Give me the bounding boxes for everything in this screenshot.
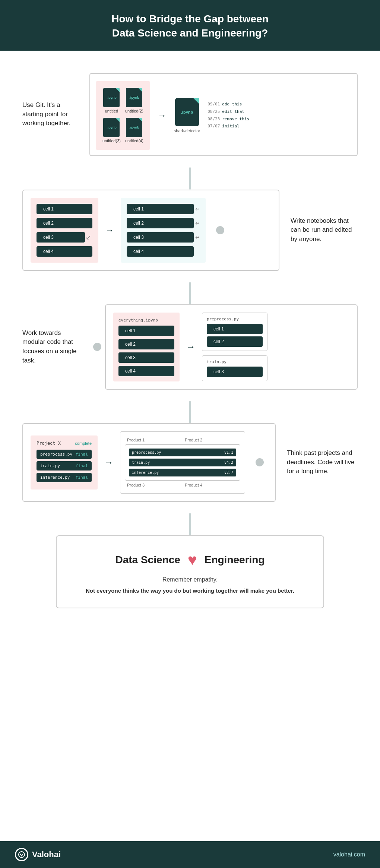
messy-cell-3: cell 3	[37, 232, 85, 243]
vertical-line-2	[189, 282, 191, 304]
connector-4-5	[22, 513, 358, 535]
connector-dot-2	[216, 226, 224, 234]
file-icon-3: .ipynb untitled(3)	[102, 118, 121, 143]
section5-final: Data Science ♥ Engineering Remember empa…	[56, 535, 324, 608]
section3-modular: Work towards modular code that focuses o…	[22, 304, 358, 390]
final-badge-2: final	[76, 463, 88, 468]
file-doc-3: .ipynb	[103, 118, 120, 137]
clean-cell-2: cell 2	[127, 218, 194, 228]
projects-box: Project X complete preprocess.py final t…	[22, 423, 276, 502]
file-icon-4: .ipynb untitled(4)	[125, 118, 143, 143]
project-title-row: Project X complete	[37, 441, 92, 446]
project-file-1: preprocess.py final	[37, 450, 92, 459]
connector-1-2	[22, 167, 358, 190]
product2-label: Product 2	[183, 436, 240, 444]
connector-dot-3	[93, 343, 101, 351]
everything-cell-1: cell 1	[118, 326, 174, 336]
product-train-row: train.py v4.2	[129, 459, 236, 466]
messy-cells: cell 1 cell 2 cell 3 ↙ cell 4	[37, 204, 92, 257]
section3-text: Work towards modular code that focuses o…	[22, 329, 82, 365]
train-cell-1: cell 3	[207, 367, 263, 377]
git-diagram-box: .ipynb untitled .ipynb untitled(2) .ipyn…	[89, 73, 358, 156]
page-footer: Valohai valohai.com	[0, 841, 380, 868]
product3-label: Product 3	[125, 481, 183, 489]
section4-text: Think past projects and deadlines. Code …	[287, 449, 358, 476]
ds-eng-row: Data Science ♥ Engineering	[68, 551, 312, 569]
product-inference-name: inference.py	[132, 471, 159, 475]
complete-badge: complete	[75, 441, 92, 446]
project-file-name-3: inference.py	[40, 475, 70, 480]
product4-label: Product 4	[183, 481, 240, 489]
messy-cells-box: cell 1 cell 2 cell 3 ↙ cell 4	[31, 198, 98, 263]
footer-url: valohai.com	[333, 851, 365, 858]
everything-cell-4: cell 4	[118, 366, 174, 376]
section1-text: Use Git. It's a starting point for worki…	[22, 101, 82, 128]
section4-projects: Project X complete preprocess.py final t…	[22, 423, 358, 502]
footer-logo: Valohai	[15, 848, 61, 861]
connector-2-3	[22, 282, 358, 304]
product-preprocess-name: preprocess.py	[132, 450, 161, 454]
clean-cell-3: cell 3	[127, 232, 194, 243]
clean-cell-1: cell 1	[127, 204, 194, 214]
preprocess-cell-2: cell 2	[207, 336, 263, 347]
train-group: train.py cell 3	[202, 355, 267, 381]
logo-circle	[15, 848, 28, 861]
modular-box: everything.ipynb cell 1 cell 2 cell 3 ce…	[105, 304, 358, 390]
clean-cells-box: cell 1 ↩ cell 2 ↩ cell 3 ↩ cell 4	[121, 198, 206, 263]
product-inference-row: inference.py v2.7	[129, 469, 236, 476]
heart-icon: ♥	[188, 551, 197, 569]
preprocess-cell-1: cell 1	[207, 324, 263, 334]
section1-git: Use Git. It's a starting point for worki…	[22, 73, 358, 156]
eng-label: Engineering	[205, 554, 265, 566]
project-name: Project X	[37, 441, 61, 446]
git-log-entry-3: 08/23remove this	[208, 115, 249, 123]
git-log-entry-2: 08/25edit that	[208, 108, 249, 115]
section2-notebooks: cell 1 cell 2 cell 3 ↙ cell 4 → cell 1 ↩	[22, 190, 358, 271]
file-label-4: untitled(4)	[125, 139, 143, 143]
notebooks-box: cell 1 cell 2 cell 3 ↙ cell 4 → cell 1 ↩	[22, 190, 279, 271]
header-title-line1: How to Bridge the Gap between	[30, 12, 350, 26]
file-doc-1: .ipynb	[103, 88, 120, 107]
brand-name: Valohai	[32, 850, 61, 859]
everything-box: everything.ipynb cell 1 cell 2 cell 3 ce…	[113, 313, 180, 381]
products-grid: Product 1 Product 2 preprocess.py v1.1 t…	[125, 436, 240, 489]
git-log: 09/01add this 08/25edit that 08/23remove…	[208, 101, 249, 130]
file-label-3: untitled(3)	[102, 139, 121, 143]
vertical-line-4	[189, 513, 191, 535]
product-train-name: train.py	[132, 460, 150, 465]
single-file-area: .ipynb shark-detector	[174, 98, 200, 133]
remember-text: Remember empathy.	[68, 576, 312, 583]
everything-label: everything.ipynb	[118, 318, 174, 323]
svg-point-0	[19, 852, 25, 858]
valohai-logo-icon	[18, 851, 25, 858]
arrow-modular: →	[186, 342, 195, 352]
modular-right-panel: preprocess.py cell 1 cell 2 train.py cel…	[202, 313, 267, 381]
product1-label: Product 1	[125, 436, 183, 444]
product-inference-version: v2.7	[224, 471, 233, 475]
project-file-name-1: preprocess.py	[40, 452, 72, 457]
vertical-line-1	[189, 167, 191, 190]
files-grid: .ipynb untitled .ipynb untitled(2) .ipyn…	[96, 81, 150, 150]
git-log-entry-1: 09/01add this	[208, 101, 249, 108]
page-header: How to Bridge the Gap between Data Scien…	[0, 0, 380, 51]
train-label: train.py	[207, 359, 263, 364]
product-preprocess-version: v1.1	[224, 450, 233, 454]
file-label-1: untitled	[105, 109, 118, 113]
project-left-panel: Project X complete preprocess.py final t…	[31, 435, 98, 490]
not-everyone-text: Not everyone thinks the way you do but w…	[68, 587, 312, 595]
products-outer-box: Product 1 Product 2 preprocess.py v1.1 t…	[120, 431, 245, 494]
everything-cell-2: cell 2	[118, 339, 174, 349]
file-doc-2: .ipynb	[126, 88, 142, 107]
connector-dot-4	[256, 458, 264, 466]
project-file-3: inference.py final	[37, 473, 92, 482]
products-shared-files: preprocess.py v1.1 train.py v4.2 inferen…	[125, 444, 240, 481]
arrow-to-single: →	[158, 110, 167, 121]
single-file-doc: .ipynb	[175, 98, 199, 126]
preprocess-label: preprocess.py	[207, 317, 263, 321]
section2-text: Write notebooks that can be run and edit…	[291, 216, 358, 244]
project-file-2: train.py final	[37, 461, 92, 471]
product-train-version: v4.2	[224, 460, 233, 465]
final-badge-1: final	[76, 452, 88, 457]
connector-3-4	[22, 401, 358, 423]
messy-cell-2: cell 2	[37, 218, 92, 228]
